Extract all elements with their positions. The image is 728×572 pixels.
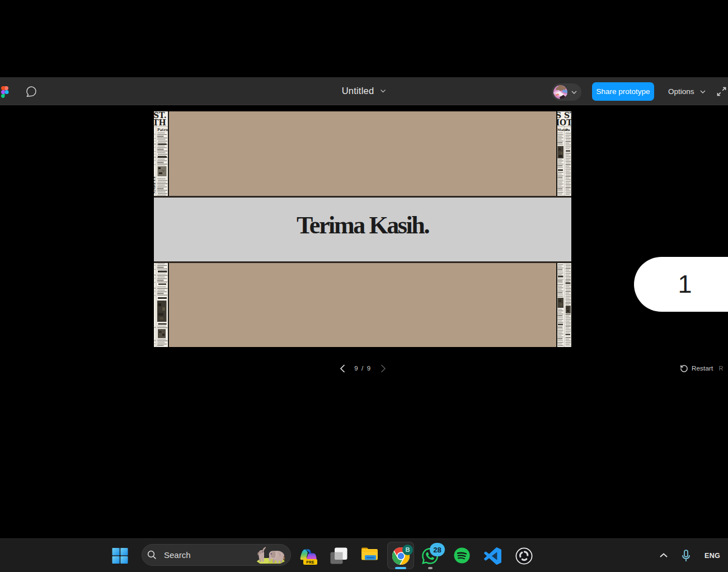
restart-shortcut-hint: R [718, 365, 723, 372]
restart-button[interactable]: Restart R [680, 363, 723, 373]
chrome-active-indicator [395, 567, 406, 569]
chrome-profile-badge: B [402, 545, 413, 555]
options-chevron-down-icon [700, 90, 706, 93]
fullscreen-toggle-button[interactable] [715, 82, 728, 101]
chrome-taskbar-button[interactable]: B [387, 542, 414, 569]
figma-logo-icon[interactable] [1, 86, 9, 98]
start-button[interactable] [112, 547, 128, 564]
copilot-preview-badge: PRE [303, 559, 317, 565]
obs-studio-icon[interactable] [515, 547, 533, 565]
desktop-screen: Untitled Share prototype [0, 0, 728, 572]
file-explorer-icon[interactable] [361, 546, 378, 562]
slide-title-band: Terima Kasih. [154, 196, 571, 264]
slide-tan-panel-top [168, 111, 557, 196]
avatar-image [553, 85, 567, 99]
newspaper-word: Pa [566, 128, 570, 132]
tray-language-indicator[interactable]: ENG [701, 539, 724, 572]
page-indicator: 9 / 9 [344, 365, 382, 372]
comment-button[interactable] [25, 86, 37, 98]
taskbar-search-box[interactable]: Search [142, 544, 291, 566]
chevron-right-icon [380, 364, 387, 373]
whatsapp-unread-count: 28 [433, 546, 441, 554]
options-menu-button[interactable]: Options [664, 82, 710, 101]
language-label: ENG [704, 552, 720, 560]
windows-taskbar: Search [0, 538, 728, 572]
restart-icon [680, 364, 688, 373]
newspaper-headline-fragment: TH O [154, 118, 168, 127]
search-icon [147, 550, 157, 560]
search-highlight-elephants-image [254, 545, 286, 564]
share-prototype-button[interactable]: Share prototype [592, 82, 654, 101]
newspaper-word: Patro [157, 128, 168, 132]
figma-prototype-toolbar: Untitled Share prototype [0, 77, 728, 105]
task-view-button[interactable] [330, 547, 347, 564]
copilot-preview-badge-text: PRE [306, 560, 314, 564]
prototype-slide: ST. TH O Patro CARPET S ST [154, 111, 571, 347]
restart-label: Restart [692, 365, 713, 372]
microphone-in-use-icon[interactable] [682, 550, 691, 562]
vscode-icon[interactable] [484, 547, 501, 565]
newspaper-headline-fragment: IOTH [557, 118, 571, 127]
chrome-profile-badge-letter: B [406, 546, 410, 553]
file-title[interactable]: Untitled [342, 86, 374, 96]
spotify-icon[interactable] [454, 547, 470, 564]
comment-bubble-icon [25, 86, 37, 98]
whatsapp-unread-badge: 28 [430, 543, 445, 556]
tray-show-hidden-icons-button[interactable] [659, 552, 668, 558]
expand-arrows-icon [717, 87, 726, 96]
title-chevron-down-icon[interactable] [380, 89, 386, 93]
slide-title-text: Terima Kasih. [297, 211, 429, 240]
account-menu[interactable] [552, 83, 581, 101]
whatsapp-running-indicator [428, 567, 433, 569]
options-label: Options [668, 87, 694, 96]
slide-tan-panel-bottom [168, 263, 557, 348]
user-avatar[interactable] [553, 85, 567, 99]
keypress-overlay-pill: 1 [634, 257, 728, 312]
next-frame-button[interactable] [380, 364, 387, 373]
newspaper-vertical-word: CARPET [154, 176, 156, 193]
account-chevron-down-icon [571, 91, 577, 94]
keypress-value: 1 [634, 257, 728, 312]
